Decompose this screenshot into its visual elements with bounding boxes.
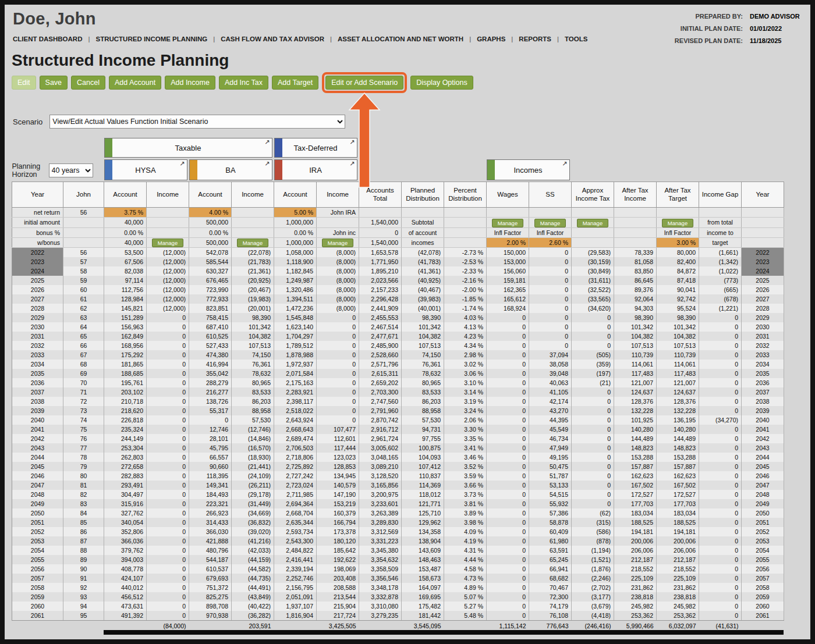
cell: (24,109) bbox=[232, 471, 274, 481]
cell: 2027 bbox=[742, 294, 784, 304]
expand-icon[interactable]: ↗ bbox=[349, 138, 355, 146]
meta-cell bbox=[232, 208, 274, 218]
cell: 104,093 bbox=[402, 453, 444, 462]
cell: 630,327 bbox=[189, 266, 232, 276]
cell: 238,818 bbox=[657, 592, 699, 602]
cell: 2,689,474 bbox=[274, 434, 317, 443]
expand-icon[interactable]: ↗ bbox=[264, 160, 270, 168]
add-target-button[interactable]: Add Target bbox=[272, 76, 318, 90]
cell: 0 bbox=[699, 453, 742, 462]
nav-item[interactable]: CLIENT DASHBOARD bbox=[13, 35, 82, 42]
cell: 0 bbox=[147, 453, 189, 462]
nav-item[interactable]: REPORTS bbox=[505, 35, 551, 42]
total-empty bbox=[742, 621, 784, 631]
cell: (41,783) bbox=[402, 257, 444, 266]
cell: 0 bbox=[487, 434, 529, 443]
cell: 2022 bbox=[742, 248, 784, 258]
table-row: 205589394,0030544,187(44,159)2,416,44119… bbox=[12, 555, 784, 564]
cell: 90 bbox=[63, 564, 104, 574]
meta-cell: incomes bbox=[402, 237, 444, 248]
nav-item[interactable]: STRUCTURED INCOME PLANNING bbox=[82, 35, 207, 42]
manage-button[interactable]: Manage bbox=[662, 219, 693, 227]
add-account-button[interactable]: Add Account bbox=[109, 76, 161, 90]
manage-button[interactable]: Manage bbox=[534, 219, 566, 227]
cell: 0 bbox=[699, 406, 742, 415]
cell: 2030 bbox=[742, 322, 784, 332]
cell: 177,703 bbox=[657, 499, 699, 508]
meta-cell: 0.00 % bbox=[104, 227, 147, 237]
nav-item[interactable]: ASSET ALLOCATION AND NET WORTH bbox=[324, 35, 463, 42]
cell: 215,904 bbox=[317, 602, 359, 611]
cell: 97,114 bbox=[104, 276, 147, 285]
cell: 0 bbox=[147, 443, 189, 453]
nav-item[interactable]: TOOLS bbox=[551, 35, 587, 42]
nav-item[interactable]: GRAPHS bbox=[463, 35, 505, 42]
cell: 2,668,704 bbox=[274, 508, 317, 518]
cell: 0 bbox=[572, 313, 614, 322]
cell: (12,746) bbox=[232, 425, 274, 434]
cell: 181,865 bbox=[104, 360, 147, 369]
cell: 162,623 bbox=[657, 471, 699, 481]
cell: 1,704,297 bbox=[274, 332, 317, 341]
cell: 124,637 bbox=[614, 387, 657, 397]
manage-button[interactable]: Manage bbox=[237, 239, 268, 247]
cell: 416,994 bbox=[189, 360, 232, 369]
cell: 4.89 % bbox=[444, 583, 487, 592]
expand-icon[interactable]: ↗ bbox=[562, 160, 567, 168]
table-row: 204680282,8830118,395(24,109)2,727,24213… bbox=[12, 471, 784, 481]
cell: 123,023 bbox=[317, 453, 359, 462]
planning-horizon-select[interactable]: 40 years bbox=[49, 163, 93, 177]
ira-group-box: IRA ↗ bbox=[274, 159, 357, 180]
scenario-select[interactable]: View/Edit Actual Values Function Initial… bbox=[49, 115, 345, 129]
cell: 2.06 % bbox=[444, 415, 487, 425]
table-row: 203670195,7610288,27980,9652,175,16302,6… bbox=[12, 378, 784, 387]
add-income-button[interactable]: Add Income bbox=[165, 76, 215, 90]
display-options-button[interactable]: Display Options bbox=[410, 76, 473, 90]
cell: 2,711,985 bbox=[274, 490, 317, 499]
manage-button[interactable]: Manage bbox=[492, 219, 523, 227]
cell: 4.73 % bbox=[444, 574, 487, 583]
cell: 352,806 bbox=[104, 527, 147, 536]
subaccount-group-row: Planning Horizon 40 years HYSA ↗ bbox=[12, 159, 784, 182]
cell: 3.06 % bbox=[444, 369, 487, 378]
cell: 83,533 bbox=[402, 387, 444, 397]
cell: 1,895,210 bbox=[359, 266, 402, 276]
cell: 0 bbox=[699, 341, 742, 350]
cell: 68,682 bbox=[529, 574, 572, 583]
cell: 772,933 bbox=[189, 294, 232, 304]
cell: 2042 bbox=[742, 434, 784, 443]
cell: (20,467) bbox=[232, 285, 274, 294]
edit-or-add-scenario-button[interactable]: Edit or Add Scenario bbox=[325, 76, 403, 90]
total-cell: (84,000) bbox=[147, 621, 189, 631]
expand-icon[interactable]: ↗ bbox=[264, 138, 270, 146]
meta-cell: Infl Factor bbox=[487, 227, 529, 237]
cell: 107,477 bbox=[317, 425, 359, 434]
cell: 2036 bbox=[12, 378, 63, 387]
column-header: Wages bbox=[487, 182, 529, 208]
cell: 114,061 bbox=[614, 360, 657, 369]
manage-button[interactable]: Manage bbox=[322, 239, 353, 247]
cancel-button[interactable]: Cancel bbox=[71, 76, 105, 90]
expand-icon[interactable]: ↗ bbox=[349, 160, 355, 168]
meta-row: initial amount40,000500,0001,000,0001,54… bbox=[12, 218, 784, 228]
cell: 2056 bbox=[12, 564, 63, 574]
edit-button[interactable]: Edit bbox=[12, 76, 36, 90]
add-inc-tax-button[interactable]: Add Inc Tax bbox=[219, 76, 268, 90]
nav-item[interactable]: CASH FLOW AND TAX ADVISOR bbox=[207, 35, 324, 42]
cell: 92,064 bbox=[614, 294, 657, 304]
cell: 86 bbox=[63, 527, 104, 536]
expand-icon[interactable]: ↗ bbox=[179, 160, 185, 168]
cell: 2043 bbox=[742, 443, 784, 453]
cell: 70,467 bbox=[529, 583, 572, 592]
manage-button[interactable]: Manage bbox=[577, 219, 608, 227]
save-button[interactable]: Save bbox=[40, 76, 68, 90]
total-cell: 3,545,095 bbox=[402, 621, 444, 631]
cell: 210,718 bbox=[104, 397, 147, 406]
cell: 0 bbox=[317, 406, 359, 415]
manage-button[interactable]: Manage bbox=[152, 239, 183, 247]
cell: 0 bbox=[147, 546, 189, 555]
cell: 2,916,712 bbox=[359, 425, 402, 434]
cell: 5.07 % bbox=[444, 592, 487, 602]
cell: 2,571,796 bbox=[359, 360, 402, 369]
total-cell: (246,416) bbox=[572, 621, 614, 631]
